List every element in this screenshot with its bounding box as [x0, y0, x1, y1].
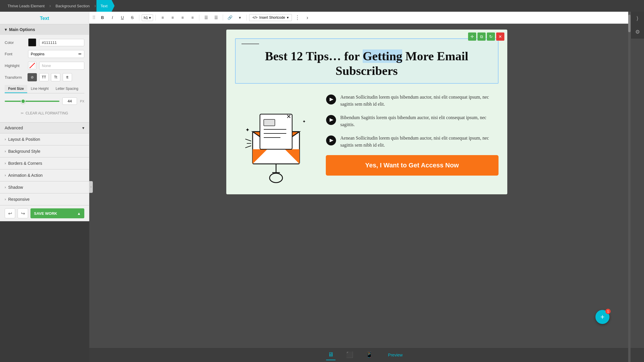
tab-line-height[interactable]: Line Height [27, 85, 52, 93]
right-icons-panel: ⟩ ⚙ [631, 12, 644, 39]
transform-lowercase[interactable]: tt [63, 73, 72, 81]
animation-header[interactable]: › Animation & Action [0, 169, 89, 181]
text-section[interactable]: Best 12 Tips… for Getting More Email Sub… [235, 38, 499, 84]
breadcrumb-arrow-2: › [94, 3, 96, 8]
underline-button[interactable]: U [118, 13, 127, 22]
animation-arrow: › [5, 173, 6, 177]
layout-header[interactable]: › Layout & Position [0, 133, 89, 145]
shortcode-chevron-icon: ▾ [287, 16, 289, 20]
color-value[interactable]: #111111 [39, 39, 84, 46]
insert-shortcode-btn[interactable]: </> Insert Shortcode ▾ [249, 14, 292, 21]
breadcrumb-text[interactable]: Text [96, 0, 114, 12]
breadcrumb-thrive-leads[interactable]: Thrive Leads Element [4, 0, 49, 12]
edit-icon[interactable]: ✏ [78, 52, 82, 56]
heading-select[interactable]: h1 ▾ [142, 14, 153, 21]
align-center-button[interactable]: ≡ [168, 13, 177, 22]
toolbar-divider-1 [139, 15, 139, 20]
ordered-list-button[interactable]: ☰ [212, 13, 220, 22]
align-left-button[interactable]: ≡ [158, 13, 167, 22]
main-options-body: Color #111111 Font Poppins ✏ Highlight [0, 35, 89, 122]
save-chevron-icon: ▲ [77, 211, 81, 216]
toolbar-divider-4 [223, 15, 223, 20]
svg-text:✦: ✦ [245, 127, 250, 133]
font-size-input[interactable] [62, 97, 77, 105]
shortcode-icon: </> [252, 16, 257, 20]
card-settings-button[interactable]: ↻ [487, 32, 495, 41]
font-size-slider[interactable] [5, 101, 59, 102]
list-item-2: Bibendum Sagittis lorem quis bibendum au… [326, 114, 499, 128]
shadow-section: › Shadow [0, 181, 89, 193]
shortcode-label: Insert Shortcode [259, 16, 285, 20]
cta-button[interactable]: Yes, I Want to Get Access Now [326, 155, 499, 176]
highlight-label: Highlight [5, 64, 25, 68]
list-icon-3 [326, 135, 336, 146]
link-button[interactable]: 🔗 [225, 13, 234, 22]
font-tabs: Font Size Line Height Letter Spacing [5, 85, 84, 93]
canvas-area[interactable]: ✛ ⧉ ↻ ✕ Best 12 Tips… for Getting More E… [89, 24, 644, 347]
strikethrough-button[interactable]: S [128, 13, 137, 22]
breadcrumb-background-section[interactable]: Background Section [52, 0, 94, 12]
highlight-row: Highlight None [5, 61, 84, 70]
svg-line-17 [245, 146, 251, 148]
save-button[interactable]: SAVE WORK ▲ [30, 208, 84, 218]
bullet-list-button[interactable]: ☰ [202, 13, 210, 22]
tab-letter-spacing[interactable]: Letter Spacing [52, 85, 82, 93]
align-justify-button[interactable]: ≡ [188, 13, 197, 22]
background-label: Background Style [8, 149, 40, 154]
content-card: ✛ ⧉ ↻ ✕ Best 12 Tips… for Getting More E… [226, 30, 507, 194]
more-options-button[interactable]: ⋮ [293, 13, 302, 22]
responsive-header[interactable]: › Responsive [0, 193, 89, 205]
shadow-header[interactable]: › Shadow [0, 181, 89, 193]
device-bar: 🖥 ⬛ 📱 Preview [89, 347, 644, 362]
preview-button[interactable]: Preview [383, 351, 407, 359]
main-heading[interactable]: Best 12 Tips… for Getting More Email Sub… [242, 49, 492, 78]
list-text-1: Aenean Sollicitudin lorem quis bibendum … [340, 94, 499, 108]
svg-point-13 [270, 173, 282, 183]
right-icon-expand[interactable]: ⟩ [631, 12, 644, 25]
borders-header[interactable]: › Borders & Corners [0, 157, 89, 169]
card-move-button[interactable]: ✛ [468, 32, 476, 41]
clear-formatting-label: CLEAR ALL FORMATTING [25, 111, 68, 115]
undo-button[interactable]: ↩ [5, 208, 15, 218]
redo-button[interactable]: ↪ [18, 208, 28, 218]
link-chevron-button[interactable]: ▾ [235, 13, 244, 22]
tablet-button[interactable]: ⬛ [344, 349, 355, 361]
list-content: Aenean Sollicitudin lorem quis bibendum … [326, 91, 499, 176]
bottom-bar: ↩ ↪ SAVE WORK ▲ [0, 205, 89, 221]
scroll-thumb [628, 15, 631, 32]
background-section: › Background Style [0, 145, 89, 157]
font-select[interactable]: Poppins ✏ [28, 50, 84, 58]
transform-none[interactable]: ⊘ [28, 73, 37, 81]
transform-capitalize[interactable]: Tt [51, 73, 60, 81]
align-right-button[interactable]: ≡ [178, 13, 187, 22]
main-options-header[interactable]: ▾ Main Options [0, 24, 89, 35]
panel-collapse-handle[interactable]: ‹ [89, 181, 93, 193]
desktop-button[interactable]: 🖥 [326, 349, 335, 360]
shadow-label: Shadow [8, 185, 23, 190]
transform-row: Transform ⊘ TT Tt tt [5, 73, 84, 81]
list-icon-1 [326, 94, 336, 105]
background-header[interactable]: › Background Style [0, 145, 89, 157]
italic-button[interactable]: I [108, 13, 117, 22]
mobile-button[interactable]: 📱 [364, 349, 375, 361]
highlight-swatch[interactable] [28, 61, 36, 70]
svg-text:✕: ✕ [286, 113, 291, 120]
heading-value: h1 [144, 16, 148, 20]
background-arrow: › [5, 149, 6, 153]
fab-badge: 1 [605, 309, 611, 314]
bold-button[interactable]: B [98, 13, 107, 22]
tab-font-size[interactable]: Font Size [5, 85, 27, 93]
right-icon-gear[interactable]: ⚙ [631, 25, 644, 39]
color-swatch[interactable] [28, 38, 36, 47]
card-delete-button[interactable]: ✕ [496, 32, 504, 41]
clear-formatting-btn[interactable]: ✂ CLEAR ALL FORMATTING [5, 109, 84, 118]
transform-uppercase[interactable]: TT [39, 73, 49, 81]
toolbar-extra-button[interactable]: › [303, 13, 312, 22]
borders-arrow: › [5, 161, 6, 165]
responsive-label: Responsive [8, 197, 30, 202]
card-duplicate-button[interactable]: ⧉ [477, 32, 486, 41]
layout-arrow: › [5, 137, 6, 141]
drag-handle-icon[interactable]: ⠿ [92, 15, 96, 20]
fab-button[interactable]: + 1 [595, 310, 609, 324]
advanced-section[interactable]: Advanced ▾ [0, 122, 89, 133]
